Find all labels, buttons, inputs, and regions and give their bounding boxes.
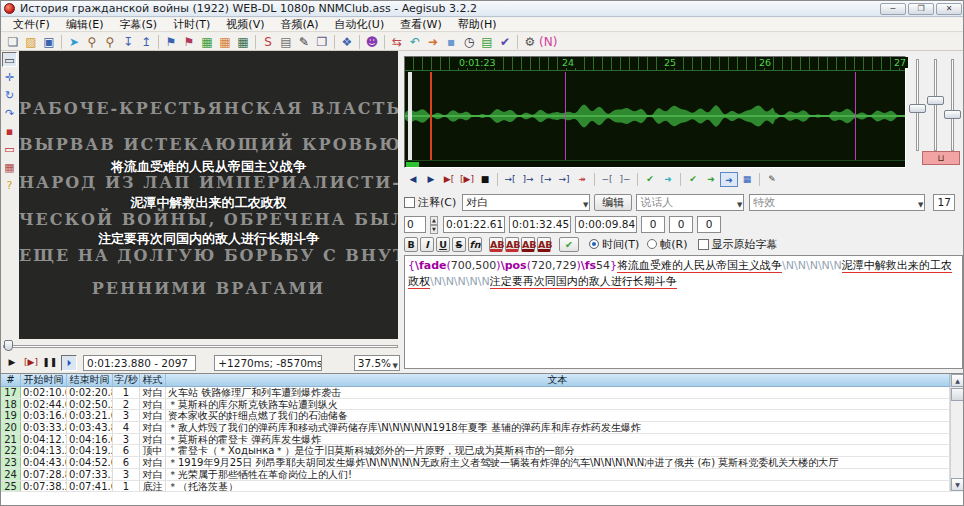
video-play-line-button[interactable]: [▶]: [23, 355, 39, 371]
color-button-2[interactable]: AB: [505, 237, 519, 252]
show-original-checkbox[interactable]: [698, 239, 709, 250]
menu-item-2[interactable]: 字幕(S): [111, 17, 165, 32]
restore-button[interactable]: ❐: [908, 3, 934, 15]
play-to-end-icon[interactable]: ↠: [573, 172, 591, 187]
table-row[interactable]: 230:04:43.010:04:52.686对白＊1919年9月25日 列昂季…: [1, 457, 950, 469]
menu-item-6[interactable]: 自动化(U): [327, 17, 393, 32]
drag-position-icon[interactable]: ✛: [2, 70, 17, 85]
menu-item-3[interactable]: 计时(T): [165, 17, 218, 32]
undo-icon[interactable]: ↶: [406, 34, 424, 50]
actor-select[interactable]: 说话人 ▼: [636, 194, 744, 211]
video-display[interactable]: РАБОЧЕ-КРЕСТЬЯНСКАЯ ВЛАСТЬ,ВЫРВАВ ИСТЕКА…: [19, 51, 398, 339]
video-seek-track[interactable]: [3, 345, 398, 348]
timing-postprocessor-icon[interactable]: ◷: [460, 34, 478, 50]
scroll-thumb[interactable]: [951, 388, 964, 401]
font-button[interactable]: fn: [468, 237, 482, 252]
style-select[interactable]: 对白 ▼: [462, 194, 590, 211]
table-row[interactable]: 210:04:12.770:04:16.643对白＊莫斯科的霍登卡 弹药库发生爆…: [1, 434, 950, 446]
commit-button[interactable]: ✔: [559, 237, 579, 252]
play-selection-icon[interactable]: [▶]: [458, 172, 476, 187]
help-icon[interactable]: ?: [2, 178, 17, 193]
toggle-tags-icon[interactable]: ▪: [442, 34, 460, 50]
time-radio[interactable]: [589, 239, 599, 249]
options-icon[interactable]: ☻: [363, 34, 381, 50]
scroll-down-icon[interactable]: ▼: [951, 478, 964, 491]
select-lines-icon[interactable]: ↧: [119, 34, 137, 50]
play-line-icon[interactable]: ▶[: [440, 172, 458, 187]
auto-next-icon[interactable]: ➜: [702, 172, 720, 187]
vector-clip-icon[interactable]: ▦: [2, 160, 17, 175]
start-time-field[interactable]: 0:01:22.61: [443, 216, 505, 233]
end-time-field[interactable]: 0:01:32.45: [509, 216, 571, 233]
video-zoom-select[interactable]: 37.5% ▼: [354, 355, 400, 371]
play-first-500-icon[interactable]: [→: [537, 172, 555, 187]
table-row[interactable]: 180:02:44.650:02:50.202对白＊莫斯科的库尔斯克铁路车站遭到…: [1, 399, 950, 411]
duration-field[interactable]: 0:00:09.84: [575, 216, 637, 233]
play-last-500-icon[interactable]: →]: [555, 172, 573, 187]
standard-cursor-icon[interactable]: ▭: [2, 52, 17, 67]
auto-scroll-icon[interactable]: ➜: [720, 172, 738, 187]
karaoke-icon[interactable]: ✎: [763, 172, 781, 187]
find-icon[interactable]: ⚲: [83, 34, 101, 50]
auto-commit-icon[interactable]: ✔: [684, 172, 702, 187]
audio-volume-slider[interactable]: [951, 59, 954, 151]
scale-icon[interactable]: ▪: [2, 124, 17, 139]
selection-start-marker[interactable]: [430, 72, 432, 160]
new-file-icon[interactable]: ❏: [4, 34, 22, 50]
video-shift-field[interactable]: +1270ms; -8570ms: [214, 355, 322, 371]
table-row[interactable]: 200:03:33.850:03:43.884对白＊敌人炸毁了我们的弹药库和移动…: [1, 422, 950, 434]
color-button-1[interactable]: AB: [489, 237, 503, 252]
lead-out-icon[interactable]: ]−: [616, 172, 634, 187]
goto-selection-icon[interactable]: ➜: [659, 172, 677, 187]
grid-header-1[interactable]: 开始时间: [21, 374, 67, 386]
grid-header-2[interactable]: 结束时间: [67, 374, 113, 386]
close-button[interactable]: ✕: [936, 3, 962, 15]
table-row[interactable]: 250:07:38.260:07:41.661底注＊（托洛茨基）: [1, 481, 950, 493]
audio-vzoom-slider[interactable]: [934, 59, 937, 151]
margin-vertical-field[interactable]: 0: [697, 216, 721, 233]
play-500-after-icon[interactable]: ]→: [519, 172, 537, 187]
menu-item-8[interactable]: 帮助(H): [450, 17, 505, 32]
replace-icon[interactable]: ⚲: [101, 34, 119, 50]
styling-flag-icon[interactable]: ⚑: [162, 34, 180, 50]
color-button-3[interactable]: AB: [521, 237, 535, 252]
table-row[interactable]: 220:04:13.270:04:19.276顶中＊霍登卡（＊Ходынка＊）…: [1, 445, 950, 457]
title-bar[interactable]: История гражданской войны (1922) WEB-DL …: [1, 1, 964, 17]
menu-item-1[interactable]: 编辑(E): [58, 17, 112, 32]
subtitle-text-editor[interactable]: {\fade(700,500)\pos(720,729)\fs54}将流血受难的…: [404, 255, 963, 369]
redo-icon[interactable]: ➜: [424, 34, 442, 50]
video-seek-thumb[interactable]: [4, 340, 13, 351]
stop-icon[interactable]: ■: [476, 172, 494, 187]
link-sliders-toggle[interactable]: ⊔: [922, 151, 960, 165]
audio-volume-handle[interactable]: [944, 110, 961, 119]
spectrum-toggle-icon[interactable]: ▦: [738, 172, 756, 187]
audio-waveform[interactable]: [405, 72, 905, 160]
edit-style-button[interactable]: 编辑: [594, 194, 632, 211]
grid-header-3[interactable]: 字/秒: [113, 374, 140, 386]
styling-assistant-icon[interactable]: S: [259, 34, 277, 50]
open-file-icon[interactable]: ▨: [22, 34, 40, 50]
video-pause-button[interactable]: ❚❚: [42, 355, 58, 371]
menu-item-4[interactable]: 视频(V): [218, 17, 272, 32]
fonts-collector-icon[interactable]: ▦: [234, 34, 252, 50]
audio-display[interactable]: 0:01:2324252627: [404, 56, 906, 168]
audio-vzoom-handle[interactable]: [927, 96, 944, 105]
about-icon[interactable]: (N): [539, 34, 557, 50]
margin-left-field[interactable]: 0: [641, 216, 665, 233]
menu-item-7[interactable]: 查看(W): [392, 17, 449, 32]
effect-select[interactable]: 特效 ▼: [749, 194, 925, 211]
paste-over-icon[interactable]: ❐: [313, 34, 331, 50]
color-button-4[interactable]: AB: [537, 237, 551, 252]
underline-button[interactable]: U: [436, 237, 450, 252]
kanji-timer-icon[interactable]: ✎: [295, 34, 313, 50]
commit-icon[interactable]: ✔: [641, 172, 659, 187]
jump-video-icon[interactable]: ➤: [65, 34, 83, 50]
bold-button[interactable]: B: [404, 237, 418, 252]
rotate-xy-icon[interactable]: ↷: [2, 106, 17, 121]
translation-assistant-icon[interactable]: ▤: [277, 34, 295, 50]
properties-icon[interactable]: ▤: [478, 34, 496, 50]
timing-flag-icon[interactable]: ⚑: [180, 34, 198, 50]
table-row[interactable]: 240:07:28.810:07:33.163对白＊光荣属于那些牺牲在革命岗位上…: [1, 469, 950, 481]
jump-audio-icon[interactable]: ↥: [137, 34, 155, 50]
video-play-button[interactable]: ▶: [4, 355, 20, 371]
